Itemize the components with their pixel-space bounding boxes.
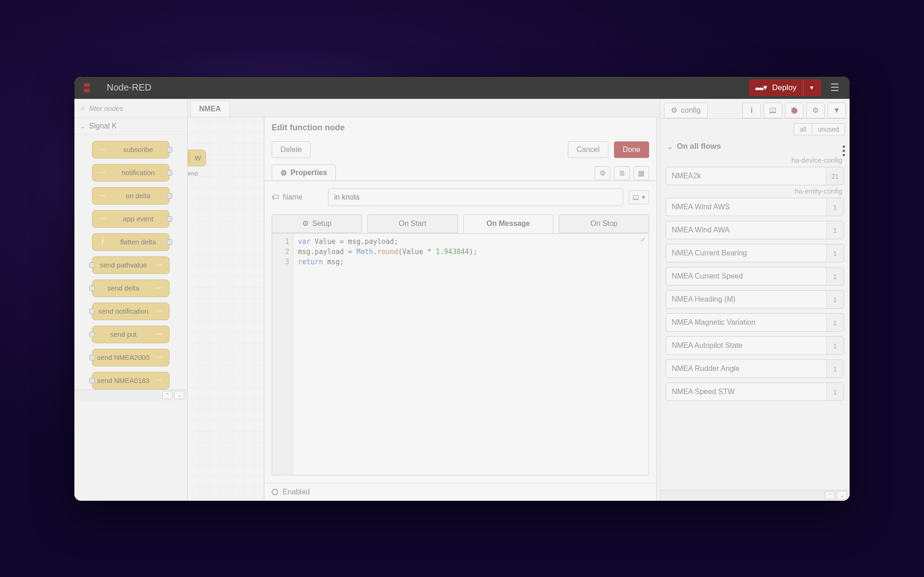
palette-node[interactable]: fflatten delta [92, 233, 170, 251]
deploy-dropdown[interactable]: ▼ [803, 79, 815, 96]
palette-node[interactable]: send NMEA0183〰 [92, 372, 170, 389]
name-type-button[interactable]: 🕮 ▾ [629, 190, 649, 204]
node-type-icon: 〰 [152, 259, 166, 272]
name-label: Name [283, 193, 303, 201]
output-port[interactable] [167, 216, 172, 222]
palette-node[interactable]: send notification〰 [92, 303, 170, 320]
config-node-item[interactable]: NMEA Magnetic Variation1 [666, 313, 844, 332]
gear-icon: ⚙ [280, 169, 287, 177]
palette-node[interactable]: send NMEA2000〰 [92, 349, 170, 366]
config-node-item[interactable]: NMEA Wind AWS1 [666, 198, 844, 216]
deploy-icon: ▬▾ [755, 83, 767, 92]
flow-tab[interactable]: NMEA [190, 101, 230, 117]
node-type-icon: 〰 [152, 305, 166, 318]
app-window: Node-RED ▬▾ Deploy ▼ ☰ Signal K 〰subscri… [74, 76, 850, 501]
sidebar-tab-more[interactable]: ▼ [827, 103, 846, 118]
config-node-item[interactable]: NMEA Current Bearing1 [666, 244, 844, 262]
sidebar-tab-config[interactable]: ⚙ config [664, 103, 708, 118]
config-node-name: NMEA Rudder Angle [666, 364, 826, 373]
palette-expand-button[interactable]: ⌄ [174, 391, 184, 399]
palette-node-label: send notification [95, 305, 152, 317]
config-node-item[interactable]: NMEA Current Speed1 [666, 267, 844, 285]
input-port[interactable] [89, 355, 95, 360]
main-menu-button[interactable]: ☰ [826, 79, 844, 96]
input-port[interactable] [89, 285, 95, 291]
enabled-label: Enabled [283, 488, 310, 496]
input-port[interactable] [89, 378, 95, 383]
sidebar-collapse-button[interactable]: ⌃ [825, 491, 835, 499]
sidebar-tab-help[interactable]: 🕮 [764, 103, 782, 118]
input-port[interactable] [89, 332, 95, 337]
palette-category-toggle[interactable]: Signal K [74, 118, 187, 134]
config-node-item[interactable]: NMEA Heading (M)1 [666, 290, 844, 309]
code-content[interactable]: var Value = msg.payload; msg.payload = M… [293, 234, 649, 475]
config-node-usage-count: 1 [826, 360, 844, 377]
tab-onstop[interactable]: On Stop [559, 214, 649, 233]
palette-node[interactable]: send delta〰 [92, 279, 170, 297]
palette-node[interactable]: 〰on delta [92, 187, 170, 205]
flow-tab-label: NMEA [199, 105, 221, 113]
deploy-label: Deploy [772, 83, 796, 92]
sidebar-tab-info[interactable]: i [742, 103, 761, 118]
palette-node[interactable]: send pathvalue〰 [92, 256, 170, 274]
config-section-toggle[interactable]: On all flows [660, 139, 850, 154]
config-node-item[interactable]: NMEA Autopilot State1 [666, 336, 844, 355]
deploy-button[interactable]: ▬▾ Deploy ▼ [749, 79, 821, 96]
delete-button[interactable]: Delete [272, 141, 310, 158]
config-node-item[interactable]: NMEA Rudder Angle1 [666, 359, 844, 378]
done-button[interactable]: Done [614, 141, 649, 158]
palette-filter-input[interactable] [79, 103, 182, 114]
palette-node[interactable]: 〰app event [92, 210, 170, 228]
node-type-icon: 〰 [152, 328, 166, 341]
palette-collapse-button[interactable]: ⌃ [162, 391, 172, 399]
expand-editor-button[interactable]: ⤢ [640, 236, 646, 243]
tab-onmessage[interactable]: On Message [463, 214, 553, 233]
code-editor[interactable]: 123 var Value = msg.payload; msg.payload… [272, 233, 649, 475]
properties-tab-label: Properties [291, 169, 327, 177]
palette-node-label: on delta [110, 190, 166, 201]
config-node-item[interactable]: NMEA Speed STW1 [666, 383, 844, 401]
filter-all-button[interactable]: all [794, 123, 812, 135]
line-gutter: 123 [272, 234, 293, 475]
sidebar: ⚙ config i 🕮 🐞 ⚙ ▼ all unused On all flo… [660, 99, 850, 501]
input-port[interactable] [89, 262, 95, 268]
canvas-status-text: send [188, 170, 198, 177]
config-node-name: NMEA Current Bearing [666, 249, 826, 257]
sidebar-tab-debug[interactable]: 🐞 [785, 103, 803, 118]
node-type-icon: 〰 [152, 374, 166, 387]
output-port[interactable] [167, 193, 172, 199]
config-node-usage-count: 1 [826, 383, 844, 401]
node-type-icon: f [95, 236, 110, 249]
sidebar-expand-button[interactable]: ⌄ [837, 491, 847, 499]
cancel-button[interactable]: Cancel [568, 141, 608, 158]
node-appearance-button[interactable]: ▦ [633, 166, 649, 180]
palette-node[interactable]: 〰notification [92, 164, 170, 182]
enabled-toggle-icon[interactable] [272, 489, 278, 495]
properties-tab[interactable]: ⚙ Properties [272, 164, 336, 181]
config-node-item[interactable]: NMEA2k21 [666, 167, 844, 185]
window-drag-handle[interactable] [843, 144, 845, 158]
dialog-title: Edit function node [272, 123, 345, 133]
config-node-usage-count: 1 [826, 221, 844, 239]
node-type-icon: 〰 [152, 351, 166, 364]
config-node-name: NMEA Heading (M) [666, 295, 826, 304]
node-type-icon: 〰 [95, 166, 110, 179]
app-header: Node-RED ▬▾ Deploy ▼ ☰ [74, 77, 850, 99]
node-docs-button[interactable]: 🗎 [614, 166, 630, 180]
node-name-input[interactable] [328, 188, 623, 206]
config-node-usage-count: 1 [826, 267, 844, 285]
sidebar-tab-settings[interactable]: ⚙ [806, 103, 825, 118]
tab-onstart[interactable]: On Start [367, 214, 457, 233]
output-port[interactable] [167, 147, 172, 152]
filter-unused-button[interactable]: unused [812, 123, 845, 135]
palette-node[interactable]: 〰subscribe [92, 141, 170, 158]
palette-node[interactable]: send put〰 [92, 326, 170, 343]
input-port[interactable] [89, 309, 95, 314]
node-settings-button[interactable]: ⚙ [595, 166, 610, 180]
config-group-label: ha-entity-config [660, 185, 850, 198]
output-port[interactable] [167, 239, 172, 245]
config-node-item[interactable]: NMEA Wind AWA1 [666, 221, 844, 239]
tab-setup[interactable]: ⚙ Setup [272, 214, 362, 233]
output-port[interactable] [167, 170, 172, 176]
flow-canvas[interactable]: W send Edit function node Delete Cancel [188, 117, 660, 501]
